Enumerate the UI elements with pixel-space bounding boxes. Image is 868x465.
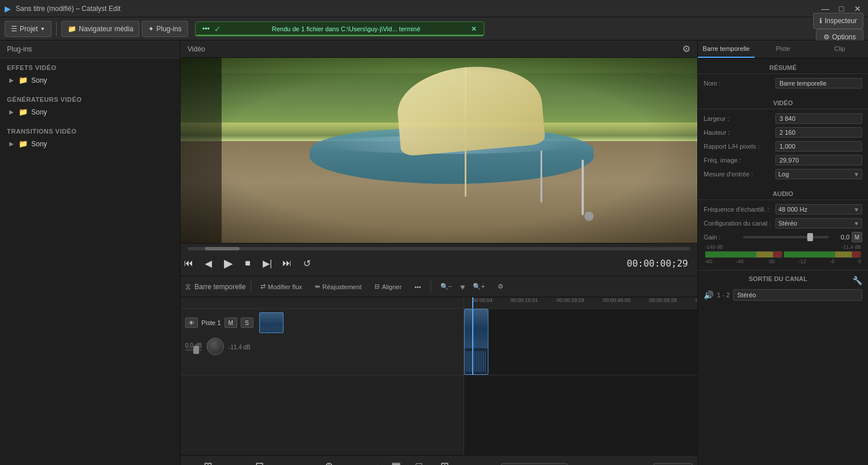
gain-handle[interactable] xyxy=(807,233,813,241)
video-effects-section: EFFETS VIDÉO ▶ 📁 Sony xyxy=(0,58,180,90)
track-solo-button[interactable]: S xyxy=(241,318,253,328)
video-content xyxy=(181,58,697,243)
ajouter-icon: ⊞ xyxy=(440,460,449,465)
freq-label: Fréquence d'échantill. : xyxy=(704,206,773,213)
track-db-bottom: -11,4 dB xyxy=(229,344,251,350)
vu-labels: -140 dB -11,4 dB xyxy=(704,244,862,250)
plus-icon: ✦ xyxy=(148,25,154,33)
step-forward-button[interactable]: ▶| xyxy=(259,255,275,271)
track-mute-button[interactable]: M xyxy=(225,318,237,328)
timeline-settings-button[interactable]: ⚙ xyxy=(493,281,508,292)
audio-section-title: AUDIO xyxy=(698,188,868,200)
step-back-button[interactable]: ◀ xyxy=(200,255,216,271)
track-fader[interactable] xyxy=(185,349,202,351)
freq-image-value[interactable]: 29,970 xyxy=(775,155,862,165)
canal-select[interactable]: Stéréo ▼ xyxy=(775,218,862,228)
zoom-out-button[interactable]: 🔍− xyxy=(436,281,457,292)
piste-button[interactable]: ▦ Piste xyxy=(385,457,407,465)
video-transitions-section: TRANSITIONS VIDÉO ▶ 📁 Sony xyxy=(0,122,180,154)
timeline-title: Barre temporelle xyxy=(194,283,246,291)
ajouter-button[interactable]: ⊞ Ajouter xyxy=(431,457,459,465)
video-generators-section: GÉNÉRATEURS VIDÉO ▶ 📁 Sony xyxy=(0,90,180,122)
dropdown-arrow-icon: ▼ xyxy=(854,220,859,227)
timecode-display: 00:00:00;29 xyxy=(627,258,697,269)
freq-row: Fréquence d'échantill. : 48 000 Hz ▼ xyxy=(698,202,868,216)
dropdown-arrow-icon: ▼ xyxy=(854,171,859,178)
zoom-in-button[interactable]: 🔍+ xyxy=(468,281,489,292)
go-start-button[interactable]: ⏮ xyxy=(181,255,197,271)
rapport-value[interactable]: 1,000 xyxy=(775,141,862,152)
modify-flux-button[interactable]: ⇄ Modifier flux xyxy=(256,281,307,292)
largeur-label: Largeur : xyxy=(704,115,773,122)
channel-output-select[interactable]: Stéréo xyxy=(733,289,862,301)
gain-slider[interactable] xyxy=(743,236,829,238)
vu-yellow-segment xyxy=(756,252,773,257)
ruler-bar[interactable]: 00:00:04 00:00:15:01 00:00:29:29 00:00:4… xyxy=(464,297,697,309)
add-clip-button[interactable]: ⊞ Ajouter au clip xyxy=(185,457,231,465)
playhead[interactable] xyxy=(472,297,473,308)
freq-image-row: Fréq. image : 29,970 xyxy=(698,153,868,167)
project-button[interactable]: ☰ Projet ▼ xyxy=(5,21,52,37)
fader-handle[interactable] xyxy=(193,346,199,354)
loop-button[interactable]: ↺ xyxy=(299,255,315,271)
piste-icon: ▦ xyxy=(391,460,401,465)
plugins-button[interactable]: ✦ Plug-ins xyxy=(142,21,187,37)
media-navigator-button[interactable]: 📁 Navigateur média xyxy=(61,21,139,37)
mesure-entree-label: Mesure d'entrée : xyxy=(704,171,773,178)
track-row-1: 👁 Piste 1 M S xyxy=(181,309,464,375)
mesure-entree-select[interactable]: Log ▼ xyxy=(775,169,862,179)
tab-clip[interactable]: Clip xyxy=(811,40,868,58)
freq-select[interactable]: 48 000 Hz ▼ xyxy=(775,204,862,215)
video-effects-title: EFFETS VIDÉO xyxy=(0,62,180,73)
track-pan-knob[interactable] xyxy=(207,338,224,355)
tl-separator-2 xyxy=(431,281,431,293)
canal-row: Configuration du canal : Stéréo ▼ xyxy=(698,216,868,230)
sony-video-generators-item[interactable]: ▶ 📁 Sony xyxy=(0,105,180,119)
scrubber-bar[interactable] xyxy=(187,247,690,250)
center-panel: Vidéo ⚙ xyxy=(181,40,697,465)
ruler-tick-3: 00:00:45:00 xyxy=(603,297,631,303)
scrubber-handle[interactable] xyxy=(205,247,240,250)
stop-button[interactable]: ■ xyxy=(240,255,256,271)
name-value[interactable]: Barre temporelle xyxy=(775,78,862,88)
audio-section: AUDIO Fréquence d'échantill. : 48 000 Hz… xyxy=(698,184,868,270)
playhead-track xyxy=(472,309,473,375)
info-icon: ℹ xyxy=(819,17,822,25)
render-progress-line xyxy=(196,35,484,36)
add-track-button[interactable]: ⊟ Ajouter à la piste xyxy=(233,457,286,465)
plugins-header: Plug-ins xyxy=(0,40,180,58)
go-end-button[interactable]: ⏭ xyxy=(279,255,295,271)
menu-icon: ☰ xyxy=(11,25,17,33)
left-panel: Plug-ins EFFETS VIDÉO ▶ 📁 Sony GÉNÉRATEU… xyxy=(0,40,181,465)
video-settings-button[interactable]: ⚙ xyxy=(682,43,690,54)
hauteur-value[interactable]: 2 160 xyxy=(775,127,862,138)
gain-mute-button[interactable]: M xyxy=(852,232,862,242)
largeur-value[interactable]: 3 840 xyxy=(775,113,862,124)
timeline-content: 👁 Piste 1 M S xyxy=(181,297,697,455)
channel-output-section: SORTIE DU CANAL 🔧 🔊 1 - 2 Stéréo xyxy=(698,270,868,305)
expand-arrow-icon: ▶ xyxy=(9,77,14,83)
video-section: VIDÉO Largeur : 3 840 Hauteur : 2 160 Ra… xyxy=(698,94,868,184)
track-header-1: 👁 Piste 1 M S xyxy=(181,309,464,375)
inspector-button[interactable]: ℹ Inspecteur xyxy=(813,13,863,29)
sony-video-effects-item[interactable]: ▶ 📁 Sony xyxy=(0,73,180,87)
clip-block-1[interactable] xyxy=(464,309,488,375)
sony-video-transitions-item[interactable]: ▶ 📁 Sony xyxy=(0,137,180,150)
channel-output-wrench-button[interactable]: 🔧 xyxy=(852,276,862,285)
vu-bar-right xyxy=(784,251,861,258)
readjust-button[interactable]: ⇹ Réajustement xyxy=(310,281,366,292)
tab-piste[interactable]: Piste xyxy=(755,40,811,58)
play-button[interactable]: ▶ xyxy=(220,255,236,271)
render-close-button[interactable]: ✕ xyxy=(471,25,477,33)
window-title: Sans titre (modifié) – Catalyst Edit xyxy=(16,5,120,13)
largeur-row: Largeur : 3 840 xyxy=(698,112,868,126)
track-visibility-button[interactable]: 👁 xyxy=(185,318,198,328)
tab-barre-temporelle[interactable]: Barre temporelle xyxy=(698,40,755,58)
rapport-row: Rapport L/H pixels : 1,000 xyxy=(698,139,868,153)
add-timeline-button[interactable]: ⊕ Ajouter à la barre temporelle xyxy=(288,457,370,465)
more-options-button[interactable]: ••• xyxy=(410,282,426,292)
render-dots-button[interactable]: ••• xyxy=(203,25,210,33)
ruler-tick-1: 00:00:15:01 xyxy=(510,297,538,303)
align-button[interactable]: ⊟ Aligner xyxy=(370,281,406,292)
clip-button[interactable]: □ Clip xyxy=(409,458,428,466)
